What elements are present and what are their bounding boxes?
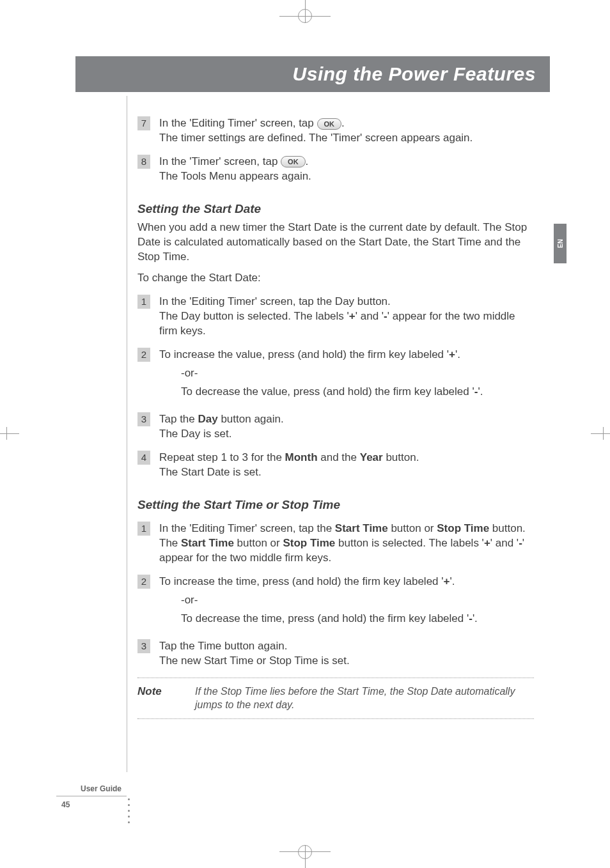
ok-button-icon: OK — [317, 118, 342, 130]
paragraph: To change the Start Date: — [137, 271, 534, 286]
crop-mark-bottom — [279, 845, 331, 868]
step-2b: 2 To increase the time, press (and hold)… — [137, 575, 534, 630]
paragraph: When you add a new timer the Start Date … — [137, 221, 534, 265]
step-number: 2 — [137, 575, 150, 589]
step-text: Repeat step 1 to 3 for the Month and the… — [159, 451, 419, 463]
step-8: 8 In the 'Timer' screen, tap OK. The Too… — [137, 155, 534, 184]
footer-dots — [128, 798, 130, 823]
heading-start-stop-time: Setting the Start Time or Stop Time — [137, 497, 534, 513]
step-number: 3 — [137, 412, 150, 426]
step-number: 4 — [137, 451, 150, 465]
or-separator: -or- — [181, 593, 534, 608]
page: Using the Power Features EN 7 In the 'Ed… — [0, 0, 610, 868]
chapter-header: Using the Power Features — [75, 56, 550, 92]
step-3: 3 Tap the Day button again. The Day is s… — [137, 412, 534, 442]
crop-mark-left — [0, 433, 22, 435]
step-sub: The timer settings are defined. The 'Tim… — [159, 132, 473, 144]
crop-mark-right — [588, 433, 610, 435]
note-label: Note — [137, 685, 176, 712]
step-alt: To decrease the time, press (and hold) t… — [181, 612, 534, 626]
or-separator: -or- — [181, 366, 534, 381]
step-sub: The Tools Menu appears again. — [159, 170, 311, 182]
step-text: To increase the time, press (and hold) t… — [159, 575, 455, 587]
step-number: 3 — [137, 639, 150, 653]
step-number: 1 — [137, 295, 150, 309]
step-text: In the 'Editing Timer' screen, tap the S… — [159, 522, 526, 534]
footer-page-number: 45 — [56, 800, 127, 809]
ok-button-icon: OK — [281, 156, 306, 167]
step-punct: . — [341, 117, 345, 129]
step-alt: To decrease the value, press (and hold) … — [181, 385, 534, 399]
step-sub: The Start Time button or Stop Time butto… — [159, 537, 524, 564]
step-text: In the 'Editing Timer' screen, tap the D… — [159, 295, 391, 307]
step-number: 8 — [137, 155, 150, 169]
step-text: In the 'Editing Timer' screen, tap — [159, 117, 317, 129]
step-sub: The new Start Time or Stop Time is set. — [159, 655, 350, 667]
left-margin-rule — [127, 96, 127, 772]
content-area: 7 In the 'Editing Timer' screen, tap OK.… — [137, 107, 534, 719]
step-number: 2 — [137, 348, 150, 362]
step-2: 2 To increase the value, press (and hold… — [137, 348, 534, 403]
step-sub: The Day is set. — [159, 428, 231, 440]
step-number: 1 — [137, 522, 150, 536]
step-7: 7 In the 'Editing Timer' screen, tap OK.… — [137, 116, 534, 146]
language-tab: EN — [554, 224, 567, 263]
footer: User Guide 45 — [56, 784, 127, 809]
crop-mark-top — [279, 0, 331, 23]
step-number: 7 — [137, 116, 150, 130]
step-3b: 3 Tap the Time button again. The new Sta… — [137, 639, 534, 669]
step-text: Tap the Day button again. — [159, 413, 284, 425]
chapter-title: Using the Power Features — [293, 63, 536, 85]
step-1b: 1 In the 'Editing Timer' screen, tap the… — [137, 522, 534, 566]
note-text: If the Stop Time lies before the Start T… — [195, 685, 534, 712]
step-sub: The Day button is selected. The labels '… — [159, 310, 515, 337]
step-punct: . — [306, 155, 309, 167]
step-text: In the 'Timer' screen, tap — [159, 155, 281, 167]
note-box: Note If the Stop Time lies before the St… — [137, 678, 534, 719]
footer-guide-label: User Guide — [56, 784, 127, 796]
step-text: To increase the value, press (and hold) … — [159, 348, 460, 360]
step-text: Tap the Time button again. — [159, 640, 287, 652]
step-4: 4 Repeat step 1 to 3 for the Month and t… — [137, 451, 534, 480]
step-1: 1 In the 'Editing Timer' screen, tap the… — [137, 295, 534, 339]
heading-start-date: Setting the Start Date — [137, 201, 534, 217]
step-sub: The Start Date is set. — [159, 466, 262, 478]
